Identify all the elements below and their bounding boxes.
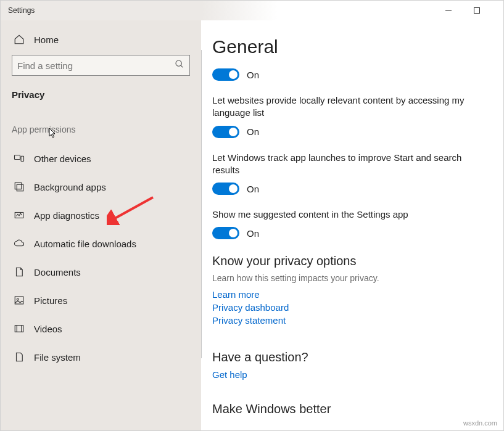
- sidebar-item-label: Pictures: [34, 295, 67, 306]
- sidebar: Home Privacy App permissions Other devi: [1, 20, 201, 430]
- sidebar-item-label: Background apps: [34, 182, 106, 192]
- privacy-options-heading: Know your privacy options: [212, 254, 485, 268]
- sidebar-item-videos[interactable]: Videos: [12, 314, 190, 343]
- minimize-button[interactable]: [434, 1, 463, 20]
- sidebar-item-label: Other devices: [34, 154, 91, 164]
- link-learn-more[interactable]: Learn more: [212, 289, 485, 300]
- watermark: wsxdn.com: [463, 419, 497, 427]
- link-privacy-statement[interactable]: Privacy statement: [212, 315, 485, 326]
- search-input[interactable]: [17, 60, 175, 71]
- devices-icon: [13, 153, 25, 164]
- file-icon: [13, 351, 25, 363]
- search-icon: [175, 59, 184, 72]
- svg-rect-5: [21, 156, 24, 161]
- sidebar-item-auto-downloads[interactable]: Automatic file downloads: [12, 229, 190, 258]
- sidebar-item-pictures[interactable]: Pictures: [12, 286, 190, 314]
- content-pane: General On Let websites provide locally …: [201, 20, 503, 430]
- home-label: Home: [34, 35, 59, 45]
- toggle-state: On: [247, 184, 259, 194]
- sidebar-item-documents[interactable]: Documents: [12, 258, 190, 286]
- section-title: Privacy: [12, 89, 190, 100]
- window-title: Settings: [8, 6, 35, 15]
- home-icon: [13, 34, 25, 45]
- document-icon: [13, 266, 25, 277]
- sidebar-item-other-devices[interactable]: Other devices: [12, 144, 190, 173]
- toggle-state: On: [247, 126, 259, 137]
- setting-desc: Show me suggested content in the Setting…: [212, 208, 477, 221]
- group-label: App permissions: [12, 125, 190, 134]
- sidebar-item-file-system[interactable]: File system: [12, 343, 190, 371]
- videos-icon: [13, 323, 25, 334]
- page-heading: General: [212, 36, 485, 57]
- sidebar-item-label: Automatic file downloads: [34, 239, 136, 249]
- make-better-heading: Make Windows better: [212, 402, 485, 416]
- svg-rect-1: [474, 8, 480, 14]
- svg-rect-7: [17, 184, 23, 191]
- question-heading: Have a question?: [212, 350, 485, 364]
- svg-rect-11: [15, 326, 23, 332]
- toggle-general[interactable]: [212, 68, 239, 81]
- titlebar: Settings: [1, 1, 503, 20]
- toggle-state: On: [247, 228, 259, 239]
- pictures-icon: [13, 295, 25, 306]
- sidebar-item-label: App diagnostics: [34, 210, 99, 221]
- scroll-indicator: [201, 50, 202, 358]
- svg-line-3: [181, 65, 183, 67]
- search-box[interactable]: [12, 55, 190, 76]
- nav-list: Other devices Background apps App diagno…: [12, 144, 190, 371]
- sidebar-item-label: Documents: [34, 267, 81, 277]
- svg-rect-6: [15, 183, 22, 189]
- svg-point-10: [17, 298, 19, 300]
- link-privacy-dashboard[interactable]: Privacy dashboard: [212, 302, 485, 313]
- cloud-icon: [13, 238, 25, 249]
- svg-rect-9: [15, 297, 23, 304]
- toggle-state: On: [247, 70, 259, 80]
- diagnostics-icon: [13, 210, 25, 221]
- sidebar-item-background-apps[interactable]: Background apps: [12, 173, 190, 201]
- home-nav[interactable]: Home: [13, 34, 190, 45]
- svg-point-2: [176, 60, 181, 66]
- maximize-button[interactable]: [463, 1, 491, 20]
- toggle-track-launches[interactable]: [212, 183, 239, 195]
- svg-rect-4: [15, 155, 20, 160]
- sidebar-item-label: File system: [34, 352, 81, 363]
- background-apps-icon: [13, 181, 25, 192]
- toggle-suggested-content[interactable]: [212, 227, 239, 239]
- sidebar-item-label: Videos: [34, 324, 62, 334]
- sidebar-item-app-diagnostics[interactable]: App diagnostics: [12, 201, 190, 229]
- privacy-options-sub: Learn how this setting impacts your priv…: [212, 273, 485, 283]
- link-get-help[interactable]: Get help: [212, 369, 485, 380]
- setting-desc: Let websites provide locally relevant co…: [212, 94, 477, 120]
- setting-desc: Let Windows track app launches to improv…: [212, 152, 477, 177]
- titlebar-spacer: [491, 1, 503, 20]
- toggle-language-list[interactable]: [212, 126, 239, 138]
